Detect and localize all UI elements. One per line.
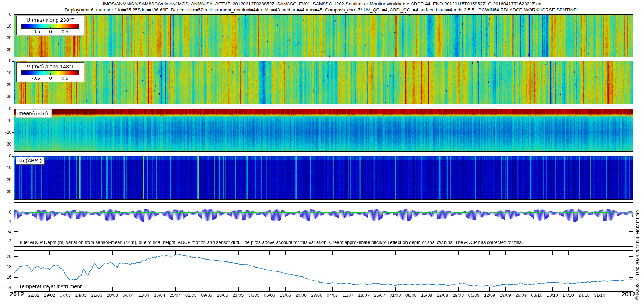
- x-axis-year-end: 2012: [621, 291, 636, 298]
- y-tick-label: -30: [0, 142, 11, 147]
- x-tick-mark: [332, 251, 333, 255]
- y-tick-label: -30: [0, 47, 11, 52]
- y-tick-mark: [12, 26, 14, 26]
- x-tick-mark: [411, 251, 411, 255]
- y-tick-mark: [12, 144, 14, 144]
- colorbar-tick-label: 0.5: [62, 75, 68, 81]
- x-tick-mark: [458, 251, 459, 255]
- std-absi-label: std(ABSI): [16, 157, 45, 165]
- x-tick-mark: [285, 287, 286, 291]
- y-tick-mark: [12, 50, 14, 50]
- v-colorbar-ticks: -0.5 0 0.5: [21, 75, 79, 81]
- x-tick-mark: [254, 251, 254, 255]
- x-tick-mark: [411, 287, 411, 291]
- x-tick-mark: [175, 287, 176, 291]
- x-tick-mark: [317, 251, 317, 255]
- y-tick-label: -2: [0, 229, 11, 234]
- colorbar-tick-label: 0: [49, 75, 52, 81]
- y-tick-label: -1: [0, 219, 11, 224]
- x-tick-mark: [537, 287, 537, 291]
- x-tick-mark: [160, 287, 160, 291]
- x-tick-mark: [269, 287, 270, 291]
- x-tick-mark: [301, 287, 301, 291]
- y-tick-mark: [629, 212, 633, 212]
- x-tick-mark: [223, 251, 223, 255]
- y-tick-mark: [14, 277, 18, 278]
- x-tick-mark: [474, 287, 474, 291]
- x-tick-mark: [537, 251, 537, 255]
- colorbar-tick-mark: [36, 27, 36, 28]
- x-tick-mark: [427, 287, 427, 291]
- y-tick-mark: [14, 241, 18, 241]
- x-tick-mark: [584, 251, 584, 255]
- v-colorbar: [21, 70, 79, 75]
- x-tick-mark: [49, 251, 50, 255]
- x-tick-mark: [364, 251, 364, 255]
- x-tick-mark: [568, 251, 569, 255]
- x-tick-mark: [489, 251, 490, 255]
- depth-variation-panel: Blue: ADCP Depth (m) variation from sens…: [14, 202, 633, 247]
- x-tick-mark: [191, 287, 191, 291]
- x-tick-mark: [144, 287, 144, 291]
- colorbar-tick-mark: [65, 73, 65, 75]
- y-tick-label: 16: [0, 275, 11, 280]
- colorbar-tick-mark: [65, 27, 65, 28]
- x-tick-mark: [332, 287, 333, 291]
- std-absi-heatmap: [14, 156, 633, 199]
- y-tick-label: -20: [0, 130, 11, 135]
- y-tick-label: -30: [0, 189, 11, 194]
- y-tick-mark: [14, 231, 18, 232]
- y-tick-mark: [12, 97, 14, 97]
- colorbar-tick-label: -0.5: [32, 29, 40, 34]
- x-tick-mark: [128, 287, 128, 291]
- colorbar-tick-mark: [50, 27, 51, 28]
- y-tick-mark: [629, 267, 633, 267]
- y-tick-mark: [14, 256, 18, 257]
- y-tick-mark: [629, 241, 633, 241]
- y-tick-label: -20: [0, 35, 11, 40]
- x-tick-mark: [254, 287, 254, 291]
- x-tick-mark: [238, 287, 239, 291]
- x-tick-mark: [489, 287, 490, 291]
- x-tick-mark: [317, 287, 317, 291]
- x-tick-mark: [207, 251, 207, 255]
- y-tick-label: 14: [0, 285, 11, 290]
- x-tick-mark: [505, 287, 506, 291]
- x-tick-mark: [175, 251, 176, 255]
- figure-subtitle-deployment-info: Deployment 6, member 1 lat=35.25S lon=13…: [0, 7, 644, 13]
- u-velocity-panel: U (m/s) along 238°T -0.5 0 0.5: [14, 14, 633, 57]
- depth-variation-annotation: Blue: ADCP Depth (m) variation from sens…: [18, 240, 523, 245]
- y-tick-label: 18: [0, 264, 11, 269]
- y-tick-mark: [12, 180, 14, 180]
- x-tick-mark: [128, 251, 128, 255]
- y-tick-mark: [12, 109, 14, 109]
- y-tick-mark: [12, 156, 14, 157]
- y-tick-mark: [12, 192, 14, 192]
- y-tick-label: 20: [0, 254, 11, 259]
- y-tick-mark: [14, 212, 18, 212]
- v-velocity-panel: V (m/s) along 148°T -0.5 0 0.5: [14, 61, 633, 104]
- y-tick-mark: [629, 222, 633, 222]
- temperature-panel: Temperature at instrument: [14, 250, 633, 292]
- y-tick-label: -10: [0, 165, 11, 170]
- mean-absi-label: mean(ABSI): [16, 110, 51, 117]
- x-tick-mark: [301, 251, 301, 255]
- y-tick-mark: [12, 85, 14, 85]
- y-tick-mark: [629, 288, 633, 288]
- x-tick-mark: [443, 287, 443, 291]
- x-tick-mark: [191, 251, 191, 255]
- u-legend-title: U (m/s) along 238°T: [17, 17, 84, 23]
- x-tick-mark: [207, 287, 207, 291]
- y-tick-label: -20: [0, 177, 11, 182]
- colorbar-tick-label: 0: [49, 29, 52, 34]
- y-tick-mark: [12, 121, 14, 121]
- y-tick-mark: [14, 288, 18, 288]
- y-tick-label: -10: [0, 118, 11, 123]
- y-tick-label: -3: [0, 239, 11, 244]
- copyright-vertical-text: © IMOS 21-Dec-2024 20:19:55 Hobart time: [635, 210, 640, 300]
- y-tick-mark: [14, 267, 18, 267]
- mean-absi-panel: mean(ABSI): [14, 109, 633, 152]
- y-tick-label: -30: [0, 94, 11, 99]
- y-tick-mark: [12, 38, 14, 38]
- y-tick-mark: [12, 132, 14, 133]
